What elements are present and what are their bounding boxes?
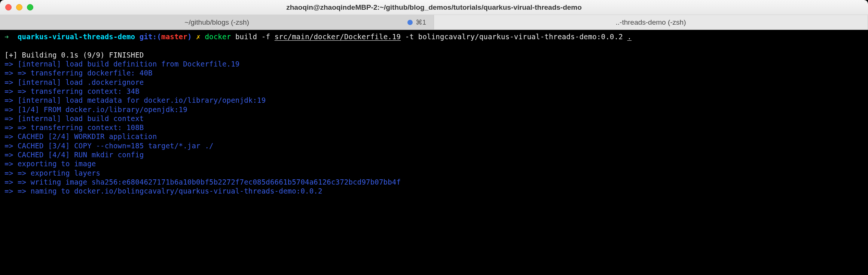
build-line: => => writing image sha256:e6804627171b6… <box>4 178 401 186</box>
cmd-path: src/main/docker/Dockerfile.19 <box>275 33 401 41</box>
dirty-icon: ✗ <box>196 33 201 41</box>
build-line: => [1/4] FROM docker.io/library/openjdk:… <box>4 105 187 114</box>
build-header: [+] Building 0.1s (9/9) FINISHED <box>4 51 144 59</box>
build-line: => CACHED [4/4] RUN mkdir config <box>4 151 144 159</box>
git-suffix: ) <box>187 33 192 41</box>
zoom-button[interactable] <box>27 4 33 10</box>
tab-shortcut: ⌘1 <box>416 18 426 27</box>
cmd-bin: docker <box>205 33 231 41</box>
cmd-after: -t bolingcavalry/quarkus-virual-threads-… <box>401 33 627 41</box>
git-prefix: git:( <box>140 33 161 41</box>
prompt-line: ➜ quarkus-virual-threads-demo git:(maste… <box>4 32 864 41</box>
cmd-dot: . <box>627 33 632 41</box>
tab-label: ..-threads-demo (-zsh) <box>616 18 686 27</box>
build-line: => => transferring context: 108B <box>4 123 144 132</box>
build-line: => => naming to docker.io/bolingcavalry/… <box>4 187 323 195</box>
git-branch: master <box>161 33 187 41</box>
close-button[interactable] <box>5 4 12 10</box>
tab-label: ~/github/blogs (-zsh) <box>184 18 249 27</box>
build-line: => => transferring context: 34B <box>4 87 140 95</box>
prompt-dir: quarkus-virual-threads-demo <box>18 33 135 41</box>
build-line: => [internal] load metadata for docker.i… <box>4 96 266 104</box>
traffic-lights <box>5 4 33 10</box>
build-line: => CACHED [2/4] WORKDIR application <box>4 132 157 140</box>
prompt-arrow-icon: ➜ <box>4 33 9 41</box>
cmd-before: build -f <box>231 33 274 41</box>
activity-dot-icon <box>407 20 413 25</box>
build-line: => => transferring dockerfile: 40B <box>4 69 153 77</box>
tab-bar: ~/github/blogs (-zsh) ⌘1 ..-threads-demo… <box>0 15 868 30</box>
window-title: zhaoqin@zhaoqindeMBP-2:~/github/blog_dem… <box>286 3 582 12</box>
tab-threads-demo[interactable]: ..-threads-demo (-zsh) <box>434 15 868 30</box>
tab-indicator: ⌘1 <box>407 18 426 27</box>
build-line: => CACHED [3/4] COPY --chown=185 target/… <box>4 142 214 150</box>
terminal-content[interactable]: ➜ quarkus-virual-threads-demo git:(maste… <box>0 30 868 200</box>
minimize-button[interactable] <box>16 4 22 10</box>
build-line: => => exporting layers <box>4 169 100 177</box>
build-line: => [internal] load .dockerignore <box>4 78 144 86</box>
tab-blogs[interactable]: ~/github/blogs (-zsh) ⌘1 <box>0 15 434 30</box>
build-line: => [internal] load build context <box>4 114 144 123</box>
titlebar: zhaoqin@zhaoqindeMBP-2:~/github/blog_dem… <box>0 0 868 15</box>
build-line: => [internal] load build definition from… <box>4 60 240 68</box>
build-line: => exporting to image <box>4 160 96 168</box>
